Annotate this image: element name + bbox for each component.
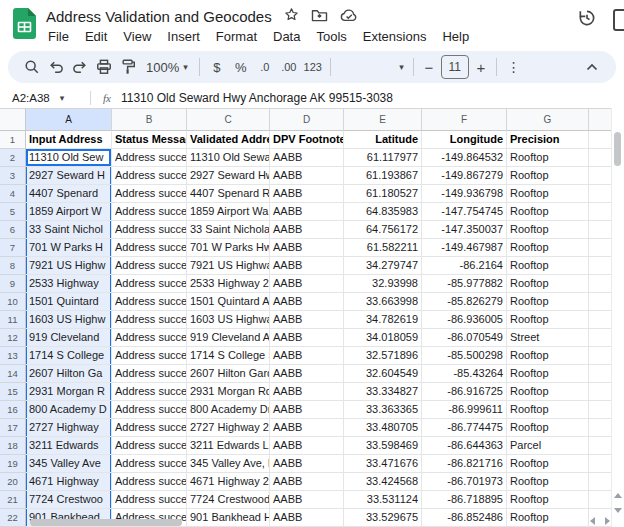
cell[interactable]: [589, 293, 612, 311]
font-family-dropdown[interactable]: ▾: [336, 63, 408, 72]
cell[interactable]: 2727 Highway: [26, 419, 112, 437]
cell[interactable]: 33.480705: [344, 419, 422, 437]
menu-help[interactable]: Help: [434, 28, 477, 45]
cell[interactable]: [589, 383, 612, 401]
cell[interactable]: AABB: [270, 419, 344, 437]
more-options-icon[interactable]: ⋮: [502, 55, 526, 79]
cell[interactable]: [589, 437, 612, 455]
cell[interactable]: Rooftop: [507, 383, 589, 401]
cell[interactable]: AABB: [270, 311, 344, 329]
row-header-17[interactable]: 17: [0, 419, 26, 437]
cell[interactable]: [589, 419, 612, 437]
cell[interactable]: 64.756172: [344, 221, 422, 239]
cell[interactable]: Address success: [112, 491, 187, 509]
cell[interactable]: Latitude: [344, 131, 422, 149]
cell[interactable]: 61.117977: [344, 149, 422, 167]
cell[interactable]: 1603 US Highwa: [187, 311, 270, 329]
cell[interactable]: Precision: [507, 131, 589, 149]
cell[interactable]: 33 Saint Nichola: [187, 221, 270, 239]
cell[interactable]: 32.93998: [344, 275, 422, 293]
cell[interactable]: Address success: [112, 221, 187, 239]
cell[interactable]: Rooftop: [507, 167, 589, 185]
search-icon[interactable]: [20, 55, 44, 79]
cell[interactable]: [589, 167, 612, 185]
column-header-partial[interactable]: [589, 108, 612, 131]
cell[interactable]: [589, 311, 612, 329]
decrease-font-size-button[interactable]: −: [419, 59, 439, 76]
cell[interactable]: -86.701973: [422, 473, 507, 491]
cell[interactable]: Address success: [112, 473, 187, 491]
cell[interactable]: 33.363365: [344, 401, 422, 419]
cell[interactable]: Rooftop: [507, 293, 589, 311]
cell[interactable]: Rooftop: [507, 401, 589, 419]
cell[interactable]: -147.754745: [422, 203, 507, 221]
cell[interactable]: [589, 329, 612, 347]
cell[interactable]: Rooftop: [507, 473, 589, 491]
cell[interactable]: Address success: [112, 347, 187, 365]
more-formats-button[interactable]: 123: [301, 55, 325, 79]
cell[interactable]: DPV Footnotes: [270, 131, 344, 149]
cell[interactable]: [589, 455, 612, 473]
cell[interactable]: Validated Address: [187, 131, 270, 149]
row-header-12[interactable]: 12: [0, 329, 26, 347]
cell[interactable]: -86.999611: [422, 401, 507, 419]
cell[interactable]: 2927 Seward Hw: [187, 167, 270, 185]
cell[interactable]: -149.936798: [422, 185, 507, 203]
undo-icon[interactable]: [44, 55, 68, 79]
cell[interactable]: Status Message: [112, 131, 187, 149]
cell[interactable]: [589, 347, 612, 365]
cell[interactable]: -149.864532: [422, 149, 507, 167]
cell[interactable]: 33.529675: [344, 509, 422, 527]
cell[interactable]: 1714 S College S: [187, 347, 270, 365]
cell[interactable]: -149.467987: [422, 239, 507, 257]
column-header-D[interactable]: D: [270, 108, 344, 131]
row-header-18[interactable]: 18: [0, 437, 26, 455]
horizontal-scrollbar-thumb[interactable]: [30, 519, 182, 526]
cell[interactable]: 1714 S College: [26, 347, 112, 365]
row-header-5[interactable]: 5: [0, 203, 26, 221]
cell[interactable]: 7921 US Highw: [26, 257, 112, 275]
cell[interactable]: 61.180527: [344, 185, 422, 203]
cell[interactable]: 800 Academy Dr: [187, 401, 270, 419]
cell[interactable]: Address success: [112, 167, 187, 185]
cell[interactable]: 1501 Quintard: [26, 293, 112, 311]
cell[interactable]: 800 Academy D: [26, 401, 112, 419]
cell[interactable]: -86.852486: [422, 509, 507, 527]
column-header-C[interactable]: C: [187, 108, 270, 131]
row-header-3[interactable]: 3: [0, 167, 26, 185]
cell[interactable]: -85.500298: [422, 347, 507, 365]
cell[interactable]: [589, 473, 612, 491]
cell[interactable]: AABB: [270, 437, 344, 455]
cell[interactable]: Rooftop: [507, 203, 589, 221]
cell[interactable]: Address success: [112, 185, 187, 203]
menu-tools[interactable]: Tools: [308, 28, 354, 45]
cell[interactable]: -85.43264: [422, 365, 507, 383]
cell[interactable]: AABB: [270, 221, 344, 239]
cell[interactable]: Rooftop: [507, 491, 589, 509]
cell[interactable]: 34.782619: [344, 311, 422, 329]
cell[interactable]: Rooftop: [507, 419, 589, 437]
cell[interactable]: 33.663998: [344, 293, 422, 311]
cell[interactable]: 4407 Spenard R: [187, 185, 270, 203]
cell[interactable]: AABB: [270, 401, 344, 419]
cell[interactable]: -86.2164: [422, 257, 507, 275]
cell[interactable]: AABB: [270, 257, 344, 275]
cell[interactable]: 7921 US Highwa: [187, 257, 270, 275]
cell[interactable]: Rooftop: [507, 509, 589, 527]
cell[interactable]: Address success: [112, 311, 187, 329]
cell[interactable]: [589, 149, 612, 167]
scroll-right-icon[interactable]: [605, 517, 610, 525]
increase-font-size-button[interactable]: +: [471, 59, 491, 76]
row-header-1[interactable]: 1: [0, 131, 26, 149]
row-header-7[interactable]: 7: [0, 239, 26, 257]
menu-format[interactable]: Format: [208, 28, 265, 45]
cell[interactable]: Rooftop: [507, 365, 589, 383]
cell[interactable]: Rooftop: [507, 347, 589, 365]
cell[interactable]: Address success: [112, 437, 187, 455]
version-history-icon[interactable]: [577, 8, 597, 32]
cell[interactable]: -86.718895: [422, 491, 507, 509]
cell[interactable]: [589, 239, 612, 257]
column-header-E[interactable]: E: [344, 108, 422, 131]
cell[interactable]: Address success: [112, 329, 187, 347]
row-header-13[interactable]: 13: [0, 347, 26, 365]
